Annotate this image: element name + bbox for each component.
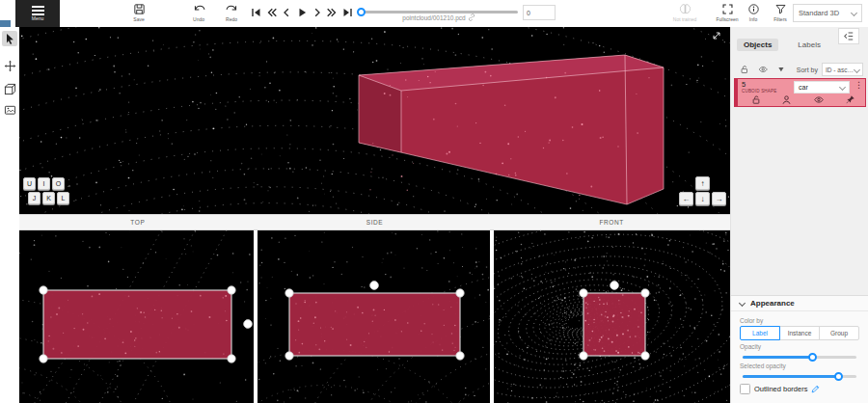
arrow-down-button[interactable]: ↓ — [695, 192, 710, 205]
opacity-slider-handle[interactable] — [808, 353, 817, 362]
front-view-canvas[interactable] — [494, 230, 730, 403]
top-view-canvas[interactable] — [19, 230, 254, 403]
chevron-down-icon — [851, 10, 857, 16]
caret-down-icon[interactable] — [777, 66, 785, 73]
front-view[interactable] — [494, 230, 730, 403]
lock-icon[interactable] — [751, 94, 761, 105]
tab-labels[interactable]: Labels — [791, 39, 827, 51]
outlined-borders-checkbox[interactable] — [740, 384, 750, 394]
pin-icon[interactable] — [845, 94, 855, 105]
selected-opacity-slider[interactable] — [743, 375, 856, 378]
jump-last-icon — [342, 7, 354, 18]
key-o[interactable]: O — [52, 177, 65, 190]
play-button[interactable] — [295, 6, 309, 19]
opacity-slider-fill — [743, 356, 813, 359]
selected-opacity-slider-fill — [743, 375, 839, 378]
collapse-sidebar-button[interactable] — [838, 28, 859, 44]
sort-by-label: Sort by — [797, 67, 818, 73]
previous-frame-button[interactable] — [280, 6, 293, 19]
save-button[interactable]: Save — [122, 3, 156, 22]
resize-icon[interactable] — [711, 30, 722, 41]
key-u[interactable]: U — [23, 177, 36, 190]
front-view-bbox[interactable] — [580, 282, 649, 361]
cuboid-annotation[interactable] — [359, 55, 664, 204]
outlined-borders-row: Outlined borders — [740, 384, 859, 394]
side-view-canvas[interactable] — [258, 230, 490, 403]
side-view-bbox[interactable] — [285, 282, 464, 361]
arrow-pad-top: ↑ — [695, 176, 710, 190]
front-view-label: FRONT — [493, 215, 730, 229]
save-icon — [133, 3, 146, 15]
color-by-instance-button[interactable]: Instance — [779, 326, 820, 340]
filter-icon — [774, 3, 787, 15]
pencil-icon[interactable] — [811, 385, 820, 393]
frame-number-input[interactable] — [523, 5, 556, 20]
filename: pointcloud/001210.pcd — [366, 13, 511, 21]
key-k[interactable]: K — [42, 192, 55, 204]
next-frame-button[interactable] — [311, 6, 324, 19]
top-view[interactable] — [19, 230, 254, 403]
hide-icon[interactable] — [813, 94, 825, 105]
rotation-handle[interactable] — [610, 282, 619, 290]
workspace-select[interactable]: Standard 3D — [793, 4, 862, 22]
rotation-handle[interactable] — [370, 282, 379, 290]
appearance-header[interactable]: Appearance — [731, 296, 868, 311]
rotation-handle[interactable] — [244, 320, 253, 329]
hide-all-icon[interactable] — [758, 64, 768, 75]
fast-backward-icon — [265, 7, 277, 18]
ai-status-button[interactable]: Not trained — [667, 3, 702, 22]
object-id: 5 — [742, 81, 746, 88]
chevron-down-icon — [739, 300, 746, 307]
color-by-label-button[interactable]: Label — [740, 326, 780, 340]
fast-forward-button[interactable] — [326, 6, 339, 19]
draw-cuboid-tool-button[interactable] — [2, 81, 17, 96]
view-label-bar: TOP SIDE FRONT — [19, 214, 730, 230]
fast-backward-button[interactable] — [264, 6, 278, 19]
object-item-car[interactable]: 5 CUBOID SHAPE car ⋮ — [734, 78, 866, 107]
pointcloud-3d-view[interactable] — [19, 27, 730, 214]
sidebar-tabs: Objects Labels — [737, 39, 827, 51]
hamburger-icon — [32, 6, 44, 15]
redo-button[interactable]: Redo — [214, 3, 249, 22]
link-icon[interactable] — [468, 13, 475, 21]
arrow-left-button[interactable]: ← — [679, 192, 693, 205]
sort-select[interactable]: ID - ascent — [822, 63, 863, 76]
appearance-panel: Appearance Color by Label Instance Group… — [731, 295, 868, 403]
occluded-icon[interactable] — [781, 94, 792, 105]
top-view-bbox[interactable] — [40, 286, 253, 363]
play-icon — [296, 7, 308, 18]
lock-all-icon[interactable] — [740, 64, 749, 75]
key-i[interactable]: I — [38, 177, 50, 190]
window-artifact — [0, 20, 11, 27]
collapse-sidebar-icon — [843, 31, 854, 41]
frame-slider-handle[interactable] — [357, 8, 366, 16]
color-by-group-button[interactable]: Group — [819, 326, 859, 340]
move-icon — [4, 60, 16, 72]
jump-first-button[interactable] — [249, 6, 262, 19]
arrow-right-button[interactable]: → — [712, 192, 726, 205]
photo-context-button[interactable] — [2, 102, 17, 118]
cursor-icon — [4, 33, 15, 45]
tab-objects[interactable]: Objects — [737, 39, 778, 51]
key-hints-row-2: J K L — [28, 192, 69, 204]
object-label-select[interactable]: car — [794, 81, 850, 94]
side-view-label: SIDE — [257, 215, 494, 229]
arrow-up-button[interactable]: ↑ — [695, 176, 710, 190]
selected-opacity-slider-handle[interactable] — [834, 372, 843, 381]
menu-button[interactable]: Menu — [15, 0, 60, 27]
key-j[interactable]: J — [28, 192, 41, 204]
side-view[interactable] — [258, 230, 490, 403]
object-shape-type: CUBOID SHAPE — [742, 89, 776, 94]
fullscreen-icon — [721, 3, 734, 15]
undo-icon — [193, 3, 205, 15]
brain-icon — [679, 3, 692, 15]
object-menu-button[interactable]: ⋮ — [854, 80, 863, 90]
cursor-tool-button[interactable] — [2, 31, 17, 46]
object-actions — [751, 94, 855, 105]
move-tool-button[interactable] — [2, 58, 17, 73]
undo-button[interactable]: Undo — [181, 3, 216, 22]
opacity-slider[interactable] — [743, 356, 856, 359]
key-l[interactable]: L — [57, 192, 69, 204]
perspective-view[interactable]: U I O J K L ↑ ← ↓ → — [19, 27, 730, 214]
jump-last-button[interactable] — [341, 6, 355, 19]
